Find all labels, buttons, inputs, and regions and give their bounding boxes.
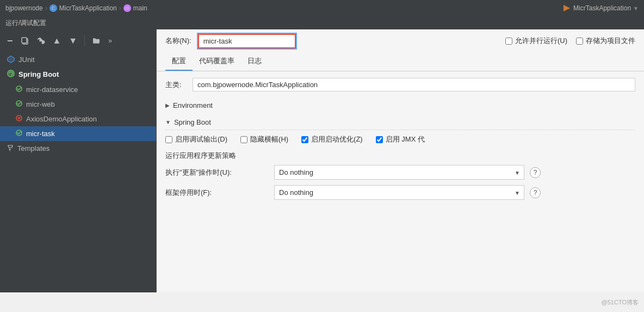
breadcrumb-c-icon: C	[49, 4, 57, 12]
wrench-button[interactable]	[34, 35, 48, 47]
update-action-select-wrapper: Do nothing ▼	[274, 165, 524, 180]
micr-web-icon	[15, 100, 23, 109]
update-action-select[interactable]: Do nothing	[274, 165, 524, 180]
svg-marker-3	[9, 57, 13, 62]
springboot-arrow-icon: ▼	[165, 119, 171, 125]
tabs-row: 配置 代码覆盖率 日志	[157, 52, 644, 71]
hide-banner-label: 隐藏横幅(H)	[250, 134, 288, 144]
name-input[interactable]	[198, 34, 296, 48]
launch-optimize-label: 启用启动优化(Z)	[311, 134, 363, 144]
breadcrumb-micrtask[interactable]: MicrTaskApplication	[59, 4, 117, 12]
sub-header-title: 运行/调试配置	[5, 19, 46, 28]
frame-deactivate-label: 框架停用时(F):	[165, 188, 269, 198]
sidebar-item-micr-task-label: micr-task	[26, 130, 55, 138]
sidebar-item-micr-dataservice[interactable]: micr-dataservice	[0, 82, 156, 97]
breadcrumb-m-icon: m	[123, 4, 131, 12]
springboot-section-label: Spring Boot	[174, 118, 211, 126]
sub-header: 运行/调试配置	[0, 16, 644, 29]
copy-button[interactable]	[18, 35, 32, 47]
sidebar-item-micr-web-label: micr-web	[26, 100, 55, 108]
breadcrumb-main[interactable]: main	[133, 4, 147, 12]
store-as-project-label: 存储为项目文件	[586, 36, 635, 46]
toolbar: − ▲ ▼ »	[0, 29, 157, 52]
folder-button[interactable]	[89, 35, 103, 47]
update-strategy-label: 运行应用程序更新策略	[165, 151, 635, 161]
spring-boot-icon	[7, 69, 15, 79]
debug-output-checkbox[interactable]	[165, 136, 172, 143]
sidebar-item-templates-label: Templates	[17, 144, 49, 152]
watermark: @51CTO博客	[602, 298, 639, 307]
hide-banner-item: 隐藏横幅(H)	[240, 134, 288, 144]
launch-optimize-checkbox[interactable]	[301, 136, 308, 143]
allow-parallel-checkbox-item: 允许并行运行(U)	[505, 36, 567, 46]
up-button[interactable]: ▲	[50, 34, 64, 47]
name-row: 名称(N): 允许并行运行(U) 存储为项目文件	[157, 29, 644, 52]
sidebar-item-templates[interactable]: Templates	[0, 141, 156, 156]
svg-point-4	[7, 70, 15, 77]
sidebar-item-spring-boot-label: Spring Boot	[18, 70, 59, 78]
config-content: 主类: ▶ Environment ▼ Spring Boot 启用调试输出	[157, 71, 644, 212]
junit-icon	[7, 55, 15, 64]
update-action-label: 执行"更新"操作时(U):	[165, 168, 269, 178]
debug-output-label: 启用调试输出(D)	[175, 134, 227, 144]
springboot-section-header[interactable]: ▼ Spring Boot	[165, 115, 635, 130]
springboot-section: ▼ Spring Boot 启用调试输出(D) 隐藏横幅(H)	[165, 115, 635, 200]
main-class-row: 主类:	[165, 78, 635, 91]
right-panel: 配置 代码覆盖率 日志 主类: ▶ Environment ▼ Spring B…	[157, 52, 644, 292]
debug-output-item: 启用调试输出(D)	[165, 134, 227, 144]
checkboxes-right: 允许并行运行(U) 存储为项目文件	[505, 36, 635, 46]
tab-config[interactable]: 配置	[165, 52, 193, 71]
frame-deactivate-help-icon[interactable]: ?	[530, 187, 541, 198]
templates-icon	[7, 144, 14, 153]
hide-banner-checkbox[interactable]	[240, 136, 247, 143]
launch-optimize-item: 启用启动优化(Z)	[301, 134, 363, 144]
down-button[interactable]: ▼	[66, 34, 80, 47]
sidebar-item-micr-dataservice-label: micr-dataservice	[26, 85, 78, 94]
enable-jmx-checkbox[interactable]	[376, 136, 383, 143]
environment-arrow-icon: ▶	[165, 102, 170, 108]
breadcrumb-bjpowernode[interactable]: bjpowernode	[5, 4, 43, 12]
micr-task-icon	[15, 129, 23, 138]
micr-dataservice-icon	[15, 85, 23, 94]
breadcrumb-sep1: ›	[45, 4, 47, 12]
sidebar-item-junit-label: JUnit	[18, 56, 35, 64]
run-config-label[interactable]: MicrTaskApplication	[573, 4, 631, 12]
strategy-section: 运行应用程序更新策略 执行"更新"操作时(U): Do nothing ▼ ?	[165, 151, 635, 200]
environment-section-header[interactable]: ▶ Environment	[165, 98, 635, 113]
tab-log[interactable]: 日志	[241, 52, 268, 71]
store-as-project-checkbox[interactable]	[576, 38, 583, 45]
breadcrumb-bar: bjpowernode › C MicrTaskApplication › m …	[0, 0, 644, 16]
main-layout: JUnit Spring Boot micr-dataservice	[0, 52, 644, 292]
run-config-arrow[interactable]: ▼	[633, 5, 639, 11]
frame-deactivate-row: 框架停用时(F): Do nothing ▼ ?	[165, 185, 635, 200]
sidebar-item-axios-demo-label: AxiosDemoApplication	[26, 115, 97, 123]
name-label: 名称(N):	[165, 36, 191, 46]
sidebar-item-micr-web[interactable]: micr-web	[0, 97, 156, 112]
toolbar-divider	[84, 35, 85, 46]
enable-jmx-label: 启用 JMX 代	[386, 134, 425, 144]
allow-parallel-checkbox[interactable]	[505, 38, 512, 45]
main-class-label: 主类:	[165, 80, 187, 90]
more-button[interactable]: »	[106, 35, 115, 46]
enable-jmx-item: 启用 JMX 代	[376, 134, 425, 144]
sidebar-item-axios-demo[interactable]: AxiosDemoApplication	[0, 112, 156, 126]
frame-deactivate-select-wrapper: Do nothing ▼	[274, 185, 524, 200]
tab-coverage[interactable]: 代码覆盖率	[193, 52, 241, 71]
update-action-help-icon[interactable]: ?	[530, 167, 541, 178]
remove-button[interactable]: −	[4, 34, 16, 48]
sidebar-item-spring-boot[interactable]: Spring Boot	[0, 66, 156, 82]
axios-demo-icon	[15, 114, 23, 124]
sidebar-item-micr-task[interactable]: micr-task	[0, 126, 156, 141]
frame-deactivate-select[interactable]: Do nothing	[274, 185, 524, 200]
store-as-project-checkbox-item: 存储为项目文件	[576, 36, 635, 46]
run-icon	[562, 4, 571, 13]
main-class-input[interactable]	[193, 78, 635, 91]
sidebar-item-junit[interactable]: JUnit	[0, 52, 156, 66]
breadcrumb-sep2: ›	[119, 4, 121, 12]
update-action-row: 执行"更新"操作时(U): Do nothing ▼ ?	[165, 165, 635, 180]
sidebar: JUnit Spring Boot micr-dataservice	[0, 52, 157, 292]
svg-rect-1	[22, 38, 27, 43]
springboot-checkboxes-row: 启用调试输出(D) 隐藏横幅(H) 启用启动优化(Z) 启用 JMX 代	[165, 134, 635, 144]
environment-label: Environment	[173, 101, 213, 109]
allow-parallel-label: 允许并行运行(U)	[515, 36, 567, 46]
